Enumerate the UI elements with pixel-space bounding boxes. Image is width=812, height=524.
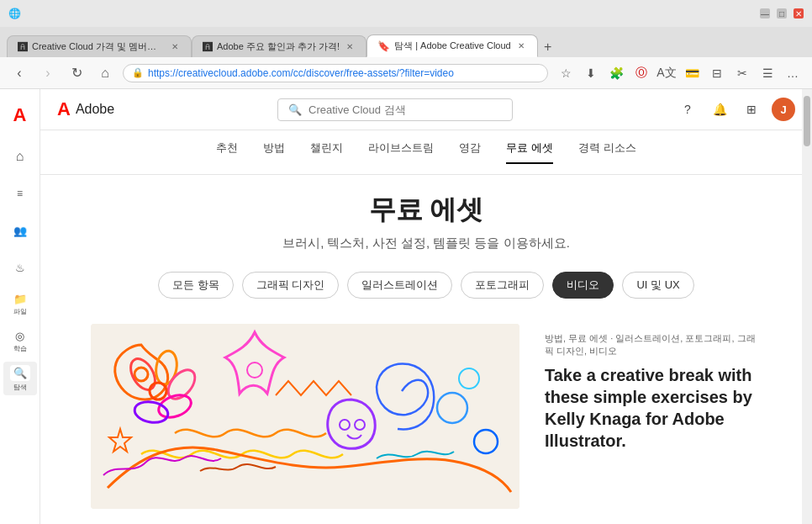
tab-2[interactable]: 🅰 Adobe 주요 할인과 추가 가격! ✕ bbox=[192, 35, 366, 57]
tab-3-close[interactable]: ✕ bbox=[515, 40, 527, 51]
svg-rect-0 bbox=[91, 324, 519, 509]
header-search[interactable]: 🔍 bbox=[277, 98, 513, 121]
doodle-svg bbox=[91, 324, 519, 509]
forward-button[interactable]: › bbox=[37, 62, 59, 84]
sidebar-item-cloud[interactable]: ♨ bbox=[3, 251, 37, 284]
address-bar[interactable]: 🔒 https://creativecloud.adobe.com/cc/dis… bbox=[123, 64, 548, 82]
people-icon: 👥 bbox=[13, 225, 27, 237]
browser-chrome: 🌐 — □ ✕ 🅰 Creative Cloud 가격 및 멤버십 플... ✕… bbox=[0, 0, 812, 89]
title-bar-left: 🌐 bbox=[8, 8, 21, 19]
home-button[interactable]: ⌂ bbox=[94, 62, 116, 84]
download-button[interactable]: ⬇ bbox=[580, 62, 602, 84]
learn-icon: ◎ bbox=[15, 330, 24, 342]
search-icon: 🔍 bbox=[288, 103, 302, 116]
filter-all[interactable]: 모든 항목 bbox=[158, 272, 234, 299]
home-icon: ⌂ bbox=[16, 149, 24, 164]
content-area[interactable]: 무료 에셋 브러시, 텍스처, 사전 설정, 템플릿 등을 이용하세요. 모든 … bbox=[40, 175, 812, 524]
featured-tags: 방법, 무료 에셋 · 일러스트레이션, 포토그래피, 그래픽 디자인, 비디오 bbox=[545, 332, 762, 357]
sidebar-item-discover[interactable]: 🔍 탐색 bbox=[3, 362, 37, 395]
apps-button[interactable]: ⊞ bbox=[740, 98, 763, 121]
nav-icons: ☆ ⬇ 🧩 Ⓞ A文 💳 ⊟ ✂ ☰ … bbox=[555, 62, 804, 84]
adobe-logo-a: A bbox=[57, 98, 71, 120]
nav-career[interactable]: 경력 리소스 bbox=[578, 140, 636, 164]
tab-1-close[interactable]: ✕ bbox=[169, 41, 181, 52]
page-subtitle: 브러시, 텍스처, 사전 설정, 템플릿 등을 이용하세요. bbox=[91, 236, 762, 251]
filter-video[interactable]: 비디오 bbox=[552, 272, 614, 299]
help-button[interactable]: ? bbox=[676, 98, 699, 121]
back-button[interactable]: ‹ bbox=[8, 62, 30, 84]
sidebar-item-files[interactable]: 📁 파일 bbox=[3, 288, 37, 321]
minimize-button[interactable]: — bbox=[760, 8, 770, 19]
adobe-logo-icon: A bbox=[13, 104, 27, 125]
notifications-button[interactable]: 🔔 bbox=[708, 98, 731, 121]
main-content: A Adobe 🔍 ? 🔔 ⊞ J 추천 방법 챌린지 라이브스트림 영감 무료… bbox=[40, 89, 812, 524]
new-tab-button[interactable]: + bbox=[538, 37, 558, 57]
scrollbar-thumb[interactable] bbox=[804, 96, 810, 146]
settings-button[interactable]: ☰ bbox=[757, 62, 778, 84]
sidebar-item-home[interactable]: ⌂ bbox=[3, 140, 37, 173]
tabs-bar: 🅰 Creative Cloud 가격 및 멤버십 플... ✕ 🅰 Adobe… bbox=[0, 27, 812, 57]
filter-ui-ux[interactable]: UI 및 UX bbox=[622, 272, 693, 299]
sidebar-item-people[interactable]: 👥 bbox=[3, 214, 37, 247]
sidebar-discover-label: 탐색 bbox=[13, 383, 27, 392]
tab-2-close[interactable]: ✕ bbox=[344, 41, 356, 52]
star-button[interactable]: ☆ bbox=[555, 62, 577, 84]
translate-button[interactable]: A文 bbox=[656, 62, 678, 84]
more-button[interactable]: … bbox=[782, 62, 804, 84]
nav-recommend[interactable]: 추천 bbox=[216, 140, 238, 164]
featured-card: 방법, 무료 에셋 · 일러스트레이션, 포토그래피, 그래픽 디자인, 비디오… bbox=[91, 324, 762, 509]
tab-1-title: Creative Cloud 가격 및 멤버십 플... bbox=[32, 40, 165, 53]
top-nav: 추천 방법 챌린지 라이브스트림 영감 무료 에셋 경력 리소스 bbox=[40, 130, 812, 175]
tab-2-title: Adobe 주요 할인과 추가 가격! bbox=[217, 40, 340, 53]
tab-3[interactable]: 🔖 탐색 | Adobe Creative Cloud ✕ bbox=[366, 34, 538, 57]
avatar[interactable]: J bbox=[772, 98, 795, 121]
nav-inspiration[interactable]: 영감 bbox=[459, 140, 481, 164]
browser-icon: 🌐 bbox=[8, 8, 21, 19]
bookmark-button[interactable]: ⊟ bbox=[706, 62, 728, 84]
tab-1-favicon: 🅰 bbox=[18, 41, 28, 53]
sidebar: A ⌂ ≡ 👥 ♨ 📁 파일 ◎ 학습 🔍 탐색 bbox=[0, 89, 40, 524]
screenshot-button[interactable]: ✂ bbox=[731, 62, 753, 84]
sidebar-files-label: 파일 bbox=[13, 307, 27, 316]
extension-button[interactable]: 🧩 bbox=[605, 62, 627, 84]
sidebar-item-menu[interactable]: ≡ bbox=[3, 177, 37, 210]
adobe-logo: A Adobe bbox=[57, 98, 114, 120]
nav-livestream[interactable]: 라이브스트림 bbox=[368, 140, 434, 164]
close-button[interactable]: ✕ bbox=[794, 8, 804, 19]
lock-icon: 🔒 bbox=[132, 67, 144, 78]
page-title: 무료 에셋 bbox=[91, 192, 762, 229]
nav-method[interactable]: 방법 bbox=[263, 140, 285, 164]
maximize-button[interactable]: □ bbox=[777, 8, 787, 19]
wallet-button[interactable]: 💳 bbox=[681, 62, 703, 84]
featured-title: Take a creative break with these simple … bbox=[545, 364, 762, 452]
opera-icon[interactable]: Ⓞ bbox=[630, 62, 652, 84]
url-text: https://creativecloud.adobe.com/cc/disco… bbox=[148, 67, 539, 79]
menu-icon: ≡ bbox=[17, 188, 23, 199]
app-layout: A ⌂ ≡ 👥 ♨ 📁 파일 ◎ 학습 🔍 탐색 A bbox=[0, 89, 812, 524]
adobe-header: A Adobe 🔍 ? 🔔 ⊞ J bbox=[40, 89, 812, 130]
filter-pills: 모든 항목 그래픽 디자인 일러스트레이션 포토그래피 비디오 UI 및 UX bbox=[91, 272, 762, 299]
featured-info: 방법, 무료 에셋 · 일러스트레이션, 포토그래피, 그래픽 디자인, 비디오… bbox=[545, 324, 762, 452]
header-icons: ? 🔔 ⊞ J bbox=[676, 98, 795, 121]
nav-free-assets[interactable]: 무료 에셋 bbox=[506, 140, 553, 164]
search-input[interactable] bbox=[308, 103, 502, 116]
tab-2-favicon: 🅰 bbox=[203, 41, 213, 53]
tab-1[interactable]: 🅰 Creative Cloud 가격 및 멤버십 플... ✕ bbox=[7, 35, 192, 57]
nav-bar: ‹ › ↻ ⌂ 🔒 https://creativecloud.adobe.co… bbox=[0, 57, 812, 89]
scrollbar-track[interactable] bbox=[802, 89, 812, 524]
title-bar: 🌐 — □ ✕ bbox=[0, 0, 812, 27]
reload-button[interactable]: ↻ bbox=[66, 62, 87, 84]
filter-photo[interactable]: 포토그래피 bbox=[461, 272, 544, 299]
filter-illustration[interactable]: 일러스트레이션 bbox=[347, 272, 452, 299]
content-inner: 무료 에셋 브러시, 텍스처, 사전 설정, 템플릿 등을 이용하세요. 모든 … bbox=[40, 175, 812, 524]
sidebar-item-learn[interactable]: ◎ 학습 bbox=[3, 325, 37, 358]
sidebar-learn-label: 학습 bbox=[13, 344, 27, 353]
sidebar-logo[interactable]: A bbox=[7, 98, 34, 133]
nav-challenge[interactable]: 챌린지 bbox=[310, 140, 343, 164]
featured-image[interactable] bbox=[91, 324, 519, 509]
adobe-logo-text: Adobe bbox=[76, 102, 114, 117]
window-controls: — □ ✕ bbox=[760, 8, 804, 19]
tab-3-title: 탐색 | Adobe Creative Cloud bbox=[394, 40, 511, 52]
folder-icon: 📁 bbox=[13, 293, 27, 305]
filter-graphic[interactable]: 그래픽 디자인 bbox=[242, 272, 340, 299]
